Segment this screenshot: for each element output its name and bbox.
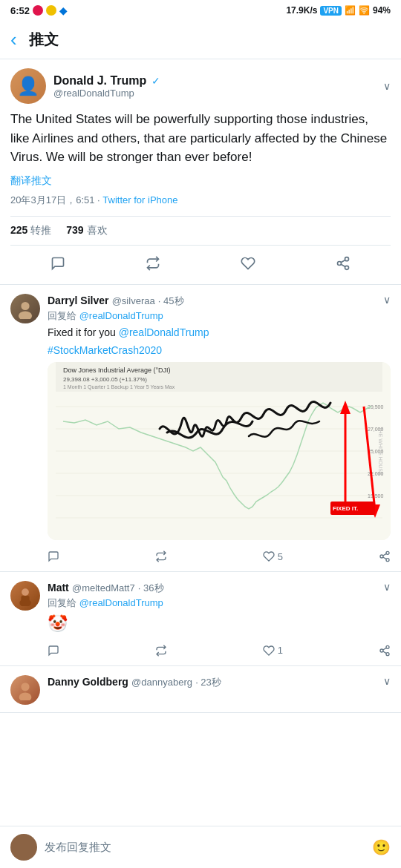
danny-avatar xyxy=(10,675,40,705)
matt-handle: @meltedMatt7 xyxy=(72,582,135,594)
darryl-avatar-bg xyxy=(10,294,40,323)
svg-point-34 xyxy=(22,588,29,596)
tweet-meta: 20年3月17日，6:51 · Twitter for iPhone xyxy=(10,194,391,207)
svg-line-3 xyxy=(341,264,345,266)
darryl-menu-chevron[interactable]: ∨ xyxy=(383,294,391,306)
translate-link[interactable]: 翻译推文 xyxy=(10,174,391,188)
matt-text: 🤡 xyxy=(48,613,391,636)
reply-matt: Matt @meltedMatt7 · 36秒 ∨ 回复给 @realDonal… xyxy=(0,572,401,666)
page-title: 推文 xyxy=(29,30,59,50)
svg-point-6 xyxy=(19,311,32,319)
trump-avatar: 👤 xyxy=(10,68,46,104)
status-dot-yellow xyxy=(46,5,56,16)
hashtag-stockmarket[interactable]: #StockMarketCrash2020 xyxy=(48,344,391,356)
author-name: Donald J. Trump xyxy=(53,74,146,87)
matt-avatar-bg xyxy=(10,581,40,611)
compose-input[interactable]: 发布回复推文 xyxy=(45,841,365,855)
svg-point-30 xyxy=(380,555,383,558)
reply-button[interactable] xyxy=(50,256,65,271)
author-name-row: Donald J. Trump ✓ xyxy=(53,74,160,88)
matt-menu-chevron[interactable]: ∨ xyxy=(383,581,391,593)
matt-author-info: Matt @meltedMatt7 · 36秒 xyxy=(48,581,164,595)
darryl-reply-handle[interactable]: @realDonaldTrump xyxy=(79,310,163,321)
danny-menu-chevron[interactable]: ∨ xyxy=(383,675,391,687)
darryl-reply-label: 回复给 xyxy=(48,310,76,321)
svg-point-31 xyxy=(386,559,389,562)
tweet-author-info[interactable]: 👤 Donald J. Trump ✓ @realDonaldTump xyxy=(10,68,160,104)
svg-point-29 xyxy=(386,551,389,554)
network-speed: 17.9K/s xyxy=(286,5,317,16)
status-icon-blue: ◆ xyxy=(59,5,67,16)
like-button[interactable] xyxy=(241,256,255,271)
battery-percent: 94 xyxy=(373,5,382,16)
svg-text:19,500: 19,500 xyxy=(368,493,384,499)
tweet-stats: 225 转推 739 喜欢 xyxy=(10,216,391,246)
danny-author-info: Danny Goldberg @dannyaberg · 23秒 xyxy=(48,675,221,689)
danny-avatar-bg xyxy=(10,675,40,705)
mention-trump[interactable]: @realDonaldTrump xyxy=(119,326,209,338)
time-display: 6:52 xyxy=(10,5,30,16)
darryl-handle: @silveraa xyxy=(112,295,155,306)
retweet-button[interactable] xyxy=(146,256,160,271)
matt-retweet-btn[interactable] xyxy=(155,645,167,657)
status-right: 17.9K/s VPN 📶 🛜 94% xyxy=(286,5,391,16)
darryl-reply-to: 回复给 @realDonaldTrump xyxy=(48,309,391,323)
danny-name: Danny Goldberg xyxy=(48,676,128,688)
status-bar: 6:52 ◆ 17.9K/s VPN 📶 🛜 94% xyxy=(0,0,401,21)
matt-share-btn[interactable] xyxy=(379,645,391,657)
share-button[interactable] xyxy=(336,256,351,271)
status-dot-red xyxy=(33,5,43,16)
svg-text:FIXED IT.: FIXED IT. xyxy=(333,505,358,512)
svg-point-39 xyxy=(386,653,389,656)
darryl-author-info: Darryl Silver @silveraa · 45秒 xyxy=(48,294,184,308)
svg-line-41 xyxy=(383,648,387,650)
darryl-avatar xyxy=(10,294,40,323)
svg-point-43 xyxy=(19,692,32,700)
emoji-button[interactable]: 🙂 xyxy=(372,838,391,856)
main-tweet: 👤 Donald J. Trump ✓ @realDonaldTump ∨ Th… xyxy=(0,59,401,285)
tweet-date: 20年3月17日，6:51 xyxy=(10,194,94,206)
svg-marker-23 xyxy=(340,401,351,414)
darryl-reply-btn[interactable] xyxy=(48,550,59,562)
danny-handle: @dannyaberg xyxy=(131,677,192,688)
svg-text:Dow Jones Industrial Average (: Dow Jones Industrial Average (°DJI) xyxy=(63,366,171,374)
likes-count[interactable]: 739 喜欢 xyxy=(66,224,107,237)
matt-reply-label: 回复给 xyxy=(48,597,76,608)
svg-line-40 xyxy=(383,651,387,654)
matt-avatar xyxy=(10,581,40,611)
tweet-menu-chevron[interactable]: ∨ xyxy=(383,80,391,92)
svg-point-1 xyxy=(338,261,342,265)
vpn-badge: VPN xyxy=(320,6,342,16)
svg-line-4 xyxy=(341,260,345,262)
darryl-text: Fixed it for you @realDonaldTrump xyxy=(48,326,391,341)
status-time: 6:52 ◆ xyxy=(10,5,67,16)
darryl-retweet-btn[interactable] xyxy=(155,550,167,562)
darryl-time: 45秒 xyxy=(163,295,183,306)
darryl-actions: 5 xyxy=(48,546,391,562)
main-tweet-actions xyxy=(10,251,391,275)
svg-point-0 xyxy=(345,257,349,260)
matt-reply-btn[interactable] xyxy=(48,645,59,657)
stock-chart-image: Dow Jones Industrial Average (°DJI) 29,3… xyxy=(48,362,391,540)
author-handle: @realDonaldTump xyxy=(53,88,160,99)
svg-point-2 xyxy=(345,266,349,269)
tweet-source[interactable]: Twitter for iPhone xyxy=(102,194,177,206)
chart-svg: Dow Jones Industrial Average (°DJI) 29,3… xyxy=(48,362,391,540)
retweet-count[interactable]: 225 转推 xyxy=(10,224,51,237)
matt-reply-to: 回复给 @realDonaldTrump xyxy=(48,596,391,610)
svg-text:1 Month   1 Quarter   1 Backup: 1 Month 1 Quarter 1 Backup 1 Year 5 Year… xyxy=(63,384,175,390)
matt-name: Matt xyxy=(48,582,69,594)
likes-label: 喜欢 xyxy=(87,224,108,236)
svg-line-32 xyxy=(383,557,387,559)
darryl-like-btn[interactable]: 5 xyxy=(263,550,283,562)
likes-number: 739 xyxy=(66,224,83,236)
reply-darryl: Darryl Silver @silveraa · 45秒 ∨ 回复给 @rea… xyxy=(0,285,401,573)
danny-reply-header: Danny Goldberg @dannyaberg · 23秒 ∨ xyxy=(48,675,391,689)
matt-time: 36秒 xyxy=(143,582,163,594)
darryl-share-btn[interactable] xyxy=(379,550,391,562)
matt-reply-handle[interactable]: @realDonaldTrump xyxy=(79,597,163,608)
svg-point-38 xyxy=(380,649,383,652)
matt-like-btn[interactable]: 1 xyxy=(263,645,283,657)
back-button[interactable]: ‹ xyxy=(10,28,17,51)
trump-face-placeholder: 👤 xyxy=(10,68,46,104)
